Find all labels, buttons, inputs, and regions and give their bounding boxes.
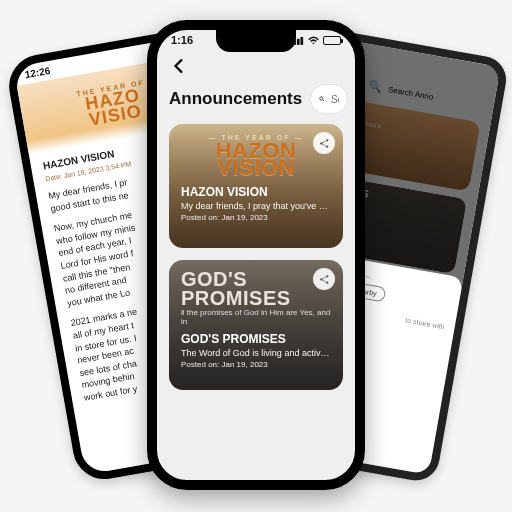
svg-point-4 (320, 97, 323, 100)
chevron-left-icon (172, 59, 186, 73)
card-date: Posted on: Jan 19, 2023 (181, 360, 331, 369)
announcement-card-promises[interactable]: GOD'S PROMISES ll the promises of God in… (169, 260, 343, 390)
search-input[interactable] (331, 94, 339, 105)
search-icon (319, 92, 325, 106)
svg-line-10 (322, 143, 326, 145)
card-title: HAZON VISION (181, 185, 331, 199)
svg-point-12 (326, 275, 328, 277)
svg-rect-2 (297, 38, 300, 44)
svg-line-14 (322, 276, 326, 278)
svg-point-13 (326, 281, 328, 283)
title-search-row: Announcements (157, 84, 355, 124)
status-indicators (290, 36, 341, 45)
status-time: 1:16 (171, 34, 193, 46)
card-graphic-line2: VISION (181, 158, 331, 179)
svg-line-9 (322, 140, 326, 142)
svg-point-7 (326, 139, 328, 141)
svg-rect-3 (301, 37, 304, 45)
announcement-card-hazon[interactable]: — THE YEAR OF — HAZON VISION HAZON VISIO… (169, 124, 343, 248)
share-icon (319, 274, 330, 285)
card-subtitle: The Word of God is living and active. If… (181, 348, 331, 358)
svg-point-6 (320, 142, 322, 144)
page-title: Announcements (169, 89, 302, 109)
share-icon (319, 138, 330, 149)
wifi-icon (307, 36, 320, 45)
hero-title-graphic: THE YEAR OF HAZO VISIO (76, 79, 151, 129)
share-button[interactable] (313, 268, 335, 290)
battery-icon (323, 36, 341, 45)
iphone-notch (216, 30, 296, 52)
svg-point-11 (320, 278, 322, 280)
share-button[interactable] (313, 132, 335, 154)
back-button[interactable] (169, 56, 189, 76)
card-title: GOD'S PROMISES (181, 332, 331, 346)
search-field[interactable] (310, 84, 348, 114)
card-verse: ll the promises of God in Him are Yes, a… (181, 308, 331, 326)
svg-line-15 (322, 279, 326, 281)
status-time: 12:26 (24, 65, 51, 80)
phone-center-announcements: 1:16 Announcements — THE YEAR OF — HAZON… (147, 20, 365, 490)
card-graphic-title: GOD'S PROMISES (181, 270, 331, 308)
card-subtitle: My dear friends, I pray that you've had … (181, 201, 331, 211)
svg-line-5 (323, 100, 324, 101)
card-date: Posted on: Jan 19, 2023 (181, 213, 331, 222)
svg-point-8 (326, 145, 328, 147)
